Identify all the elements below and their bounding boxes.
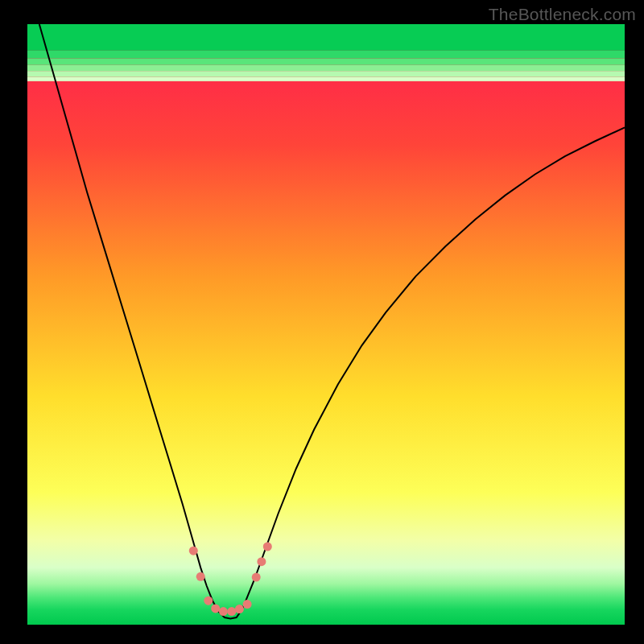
data-marker [219,607,228,616]
svg-rect-1 [27,77,625,81]
green-band-group [27,24,625,81]
data-marker [243,600,252,609]
watermark-text: TheBottleneck.com [489,5,636,24]
data-marker [227,607,236,616]
data-marker [204,597,213,605]
data-marker [196,572,205,581]
svg-rect-3 [27,65,625,71]
svg-rect-4 [27,59,625,65]
data-marker [235,605,244,613]
svg-rect-5 [27,51,625,59]
plot-background [27,24,625,625]
data-marker [252,573,261,582]
data-marker [211,604,220,613]
svg-rect-6 [27,24,625,51]
data-marker [257,557,266,566]
data-marker [263,543,272,551]
chart-frame: TheBottleneck.com [0,0,644,644]
bottleneck-chart [0,0,644,644]
data-marker [189,547,198,555]
svg-rect-2 [27,71,625,76]
